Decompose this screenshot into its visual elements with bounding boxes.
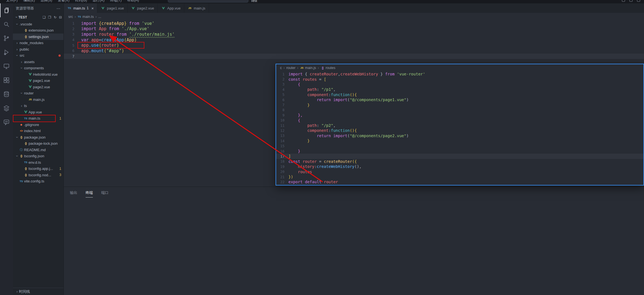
tree-item-ts[interactable]: ›ts	[13, 103, 64, 109]
tree-item-readme.md[interactable]: ›ⓘREADME.md	[13, 147, 64, 153]
tab-page1.vue[interactable]: page1.vue	[97, 3, 128, 13]
menu-item-运行-r[interactable]: 运行(R)	[90, 0, 107, 1]
breadcrumb-item-main.js[interactable]: JSmain.js	[300, 66, 316, 70]
tree-item-main.js[interactable]: ›JSmain.js	[13, 96, 64, 103]
code-line-4[interactable]: 4var app=createApp(App)	[64, 37, 644, 43]
chat-icon[interactable]	[0, 115, 13, 129]
code-line-3[interactable]: 3import router from './router/main.js'	[64, 32, 644, 37]
menu-item-编辑-e[interactable]: 编辑(E)	[20, 0, 38, 1]
code-line-18[interactable]: 18const router = createRouter({	[276, 159, 643, 164]
panel-toggle-icon[interactable]	[629, 0, 633, 2]
code-line-17[interactable]: 17]	[276, 154, 643, 159]
code-line-2[interactable]: 2const routes = [	[276, 77, 643, 82]
remote-explorer-icon[interactable]	[0, 59, 13, 73]
tree-item-node-modules[interactable]: ›node_modules	[13, 40, 64, 46]
tab-app.vue[interactable]: App.vue	[158, 3, 184, 13]
menu-item-查看-v[interactable]: 查看(V)	[55, 0, 72, 1]
menu-item-帮助-h[interactable]: 帮助(H)	[124, 0, 142, 1]
layers-icon[interactable]	[0, 101, 13, 115]
code-line-14[interactable]: 14 }	[276, 138, 643, 143]
customize-layout-icon[interactable]	[637, 0, 640, 2]
tree-item-.gitignore[interactable]: ›◆.gitignore	[13, 122, 64, 128]
tree-item-components[interactable]: ›components	[13, 65, 64, 72]
window-controls[interactable]	[622, 0, 640, 2]
breadcrumb-item-routes[interactable]: []routes	[321, 66, 335, 70]
tree-item-app.vue[interactable]: ›App.vue	[13, 109, 64, 115]
collapse-all-icon[interactable]: ⊟	[59, 15, 62, 19]
tab-page2.vue[interactable]: page2.vue	[128, 3, 158, 13]
tree-item-helloworld.vue[interactable]: ›HelloWorld.vue	[13, 71, 64, 78]
code-line-15[interactable]: 15	[276, 143, 643, 148]
command-center-search[interactable]	[168, 0, 248, 3]
tree-item-settings.json[interactable]: ›{}settings.json	[13, 34, 64, 40]
code-line-19[interactable]: 19 history:createWebHistory(),	[276, 164, 643, 169]
code-line-11[interactable]: 11 path: "/p2",	[276, 123, 643, 128]
floating-editor-window[interactable]: c›router›JSmain.js›[]routes 1import { cr…	[276, 64, 644, 185]
code-line-4[interactable]: 4 path: "/p1",	[276, 87, 643, 92]
new-folder-icon[interactable]: ❐	[48, 15, 51, 19]
code-line-22[interactable]: 22export default router	[276, 179, 643, 184]
tree-item-src[interactable]: ›src	[13, 53, 64, 59]
menu-item-终端-t[interactable]: 终端(T)	[107, 0, 124, 1]
tab-main.ts[interactable]: TSmain.ts1×	[64, 3, 97, 13]
tree-item-main.ts[interactable]: ›TSmain.ts1	[13, 115, 64, 122]
extensions-icon[interactable]	[0, 73, 13, 87]
tree-item-package-lock.json[interactable]: ›{}package-lock.json	[13, 141, 64, 147]
tree-item-env.d.ts[interactable]: ›TSenv.d.ts	[13, 159, 64, 166]
code-line-1[interactable]: 1import {createApp} from 'vue'	[64, 21, 644, 26]
panel-tab-端口[interactable]: 端口	[101, 190, 109, 198]
code-line-12[interactable]: 12 component:function(){	[276, 128, 643, 133]
tree-item-assets[interactable]: ›assets	[13, 59, 64, 65]
tree-item-package.json[interactable]: ›{}package.json	[13, 134, 64, 141]
panel-tab-终端[interactable]: 终端	[86, 190, 93, 198]
tree-item-tsconfig.app.j...[interactable]: ›{}tsconfig.app.j...1	[13, 166, 64, 172]
tab-main.js[interactable]: JSmain.js	[184, 3, 209, 13]
code-line-6[interactable]: 6app.mount("#app")	[64, 48, 644, 54]
menu-item-转到-g[interactable]: 转到(G)	[72, 0, 90, 1]
run-debug-icon[interactable]	[0, 45, 13, 59]
tree-item-tsconfig.json[interactable]: ›{}tsconfig.json	[13, 153, 64, 160]
code-line-5[interactable]: 5 component:function(){	[276, 92, 643, 97]
breadcrumb-item-...[interactable]: ...	[98, 15, 101, 19]
tree-item-public[interactable]: ›public	[13, 46, 64, 53]
code-line-8[interactable]: 8	[276, 108, 643, 113]
explorer-section-header[interactable]: › TEST ❏❐↻⊟	[13, 13, 64, 21]
code-line-2[interactable]: 2import App from './App.vue'	[64, 26, 644, 32]
code-line-3[interactable]: 3 {	[276, 82, 643, 87]
code-line-13[interactable]: 13 return import("@/components/page2.vue…	[276, 133, 643, 138]
code-line-9[interactable]: 9 },	[276, 113, 643, 118]
database-icon[interactable]	[0, 87, 13, 101]
panel-tab-输出[interactable]: 输出	[70, 190, 77, 198]
code-line-5[interactable]: 5app.use(router)	[64, 42, 644, 48]
tree-item-page1.vue[interactable]: ›page1.vue	[13, 78, 64, 84]
tree-item-page2.vue[interactable]: ›page2.vue	[13, 84, 64, 90]
menu-item-文件-f[interactable]: 文件(F)	[3, 0, 20, 1]
breadcrumb-item-c[interactable]: c	[280, 66, 282, 70]
more-actions-icon[interactable]: ⋯	[57, 6, 61, 11]
layout-toggle-icon[interactable]	[622, 0, 625, 2]
tree-item-extensions.json[interactable]: ›{}extensions.json	[13, 27, 64, 34]
new-file-icon[interactable]: ❏	[43, 15, 46, 19]
search-icon[interactable]	[0, 17, 13, 31]
tree-item-index.html[interactable]: ›<>index.html	[13, 128, 64, 134]
refresh-icon[interactable]: ↻	[54, 15, 57, 19]
code-line-7[interactable]: 7 }	[276, 102, 643, 107]
tree-item-router[interactable]: ›router	[13, 90, 64, 97]
code-line-21[interactable]: 21})	[276, 174, 643, 179]
source-control-icon[interactable]	[0, 31, 13, 45]
breadcrumb-item-main.ts[interactable]: TSmain.ts	[77, 15, 94, 19]
breadcrumb-item-src[interactable]: src	[68, 15, 73, 19]
code-line-20[interactable]: 20 routes	[276, 169, 643, 174]
close-icon[interactable]: ×	[91, 6, 94, 11]
tree-item-.vscode[interactable]: ›.vscode	[13, 21, 64, 27]
tree-item-vite.config.ts[interactable]: ›TSvite.config.ts	[13, 178, 64, 185]
code-line-1[interactable]: 1import { createRouter,createWebHistory …	[276, 72, 643, 77]
code-line-6[interactable]: 6 return import("@/components/page1.vue"…	[276, 97, 643, 102]
breadcrumb-item-router[interactable]: router	[286, 66, 295, 70]
menu-item-选择-s[interactable]: 选择(S)	[38, 0, 55, 1]
tree-item-tsconfig.nod...[interactable]: ›{}tsconfig.nod...3	[13, 172, 64, 178]
timeline-section[interactable]: › 时间线	[13, 288, 64, 295]
code-line-16[interactable]: 16 }	[276, 149, 643, 154]
code-line-10[interactable]: 10 {	[276, 118, 643, 123]
explorer-icon[interactable]	[0, 3, 13, 17]
